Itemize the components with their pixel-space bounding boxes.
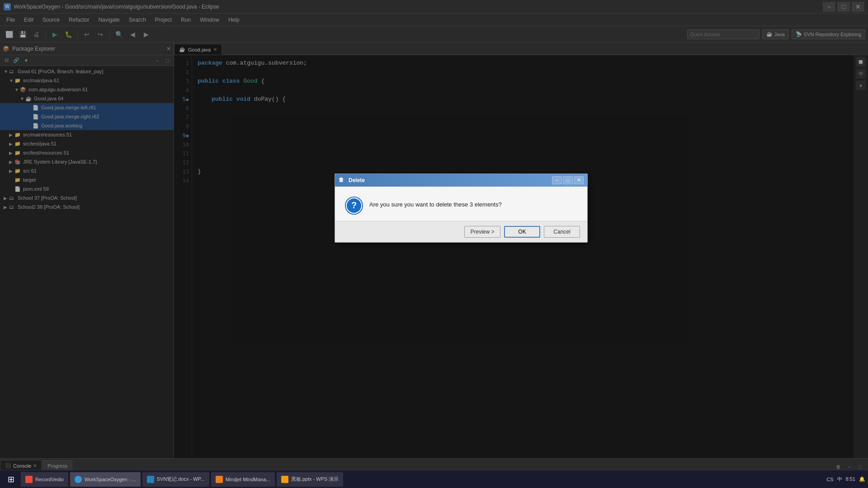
taskbar-clock: 8:51 — [846, 476, 855, 482]
taskbar-time: 8:51 — [846, 476, 855, 482]
eclipse-icon — [75, 476, 82, 483]
taskbar-svn[interactable]: SVN笔记.docx - WP... — [142, 472, 209, 487]
ok-button[interactable]: OK — [504, 226, 540, 238]
taskbar-ime: 中 — [837, 476, 842, 483]
dialog-body: ? Are you sure you want to delete these … — [335, 187, 587, 221]
mindjet-icon — [216, 476, 223, 483]
pptx-icon — [281, 476, 288, 483]
taskbar-recordvedio[interactable]: RecordVedio — [21, 472, 68, 487]
preview-button[interactable]: Preview > — [464, 226, 500, 238]
taskbar: ⊞ RecordVedio WorkSpaceOxygen - ... SVN笔… — [0, 470, 868, 488]
recordvedio-label: RecordVedio — [35, 477, 64, 482]
taskbar-pptx[interactable]: 黑板.pptx - WPS 演示 — [277, 472, 344, 487]
dialog-overlay: 🗑 Delete − □ ✕ ? Are you sure you want t… — [0, 0, 868, 470]
dialog-title-icon: 🗑 — [339, 177, 346, 184]
taskbar-right: CS 中 8:51 🔔 — [826, 476, 865, 483]
delete-dialog: 🗑 Delete − □ ✕ ? Are you sure you want t… — [335, 174, 588, 243]
recordvedio-icon — [25, 476, 33, 483]
dialog-message: Are you sure you want to delete these 3 … — [369, 200, 502, 209]
dialog-restore-button[interactable]: □ — [563, 176, 573, 184]
eclipse-label: WorkSpaceOxygen - ... — [85, 477, 136, 482]
mindjet-label: Mindjet MindMana... — [226, 477, 270, 482]
dialog-titlebar: 🗑 Delete − □ ✕ — [335, 174, 587, 187]
taskbar-eclipse[interactable]: WorkSpaceOxygen - ... — [70, 472, 141, 487]
pptx-label: 黑板.pptx - WPS 演示 — [291, 476, 339, 483]
start-button[interactable]: ⊞ — [3, 472, 19, 487]
svn-icon — [147, 476, 154, 483]
taskbar-notification[interactable]: 🔔 — [859, 476, 865, 482]
taskbar-mindjet[interactable]: Mindjet MindMana... — [211, 472, 275, 487]
svn-label: SVN笔记.docx - WP... — [157, 476, 205, 483]
dialog-win-controls: − □ ✕ — [552, 176, 584, 184]
taskbar-lang: CS — [826, 477, 833, 482]
dialog-minimize-button[interactable]: − — [552, 176, 562, 184]
dialog-close-button[interactable]: ✕ — [574, 176, 584, 184]
cancel-button[interactable]: Cancel — [544, 226, 580, 238]
dialog-footer: Preview > OK Cancel — [335, 221, 587, 242]
question-icon: ? — [346, 197, 362, 214]
dialog-title: Delete — [349, 177, 365, 183]
